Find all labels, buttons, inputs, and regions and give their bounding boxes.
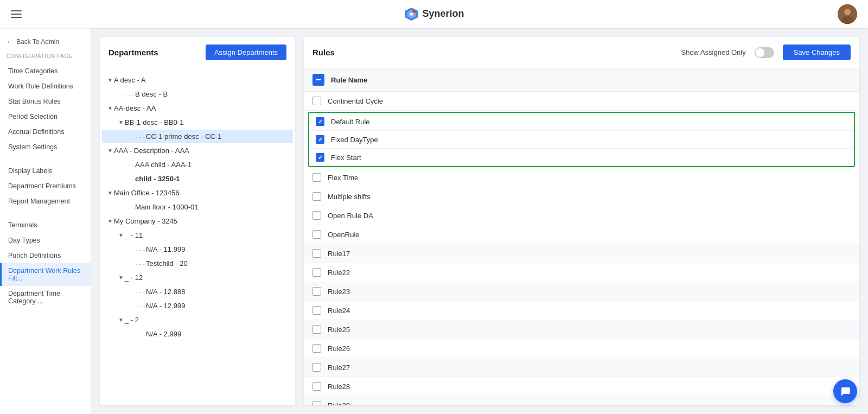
sidebar-item-dept-work-rules[interactable]: Department Work Rules Filt... <box>0 263 91 286</box>
sidebar-item-day-types[interactable]: Day Types <box>0 233 91 248</box>
svg-point-4 <box>844 9 851 15</box>
tree-item-3[interactable]: ▼AA-desc - AA <box>102 101 293 115</box>
rule-row-12[interactable]: Rule24 <box>304 301 859 320</box>
rule-row-4[interactable]: Flex Start <box>309 149 854 166</box>
chat-bubble[interactable] <box>833 379 857 403</box>
tree-item-5[interactable]: - - -CC-1 prime desc - CC-1 <box>102 130 293 143</box>
tree-label: Testchild - 20 <box>146 259 188 267</box>
rule-checkbox-10[interactable] <box>312 268 321 277</box>
app-body: ← Back To Admin CONFIGURATION PAGE Time … <box>0 28 868 414</box>
user-avatar[interactable] <box>838 4 857 24</box>
tree-item-6[interactable]: ▼AAA - Description - AAA <box>102 144 293 157</box>
rule-checkbox-17[interactable] <box>312 401 321 405</box>
rule-row-15[interactable]: Rule27 <box>304 358 859 377</box>
rule-row-14[interactable]: Rule26 <box>304 339 859 358</box>
tree-item-2[interactable]: - - -B desc - B <box>102 87 293 101</box>
sidebar-item-accrual-definitions[interactable]: Accrual Definitions <box>0 124 91 139</box>
sidebar-section-label: CONFIGURATION PAGE <box>0 51 91 63</box>
departments-panel: Departments Assign Departments ▼A desc -… <box>100 37 295 405</box>
tree-label: N/A - 2.999 <box>146 330 181 338</box>
sidebar-item-report-management[interactable]: Report Management <box>0 194 91 209</box>
tree-item-19[interactable]: - - -N/A - 2.999 <box>102 327 293 341</box>
tree-item-4[interactable]: ▼BB-1-desc - BB0-1 <box>102 116 293 129</box>
tree-item-10[interactable]: - - -Main floor - 1000-01 <box>102 200 293 214</box>
sidebar-item-time-categories[interactable]: Time Categories <box>0 63 91 79</box>
sidebar-item-work-rule-definitions[interactable]: Work Rule Definitions <box>0 79 91 94</box>
sidebar-item-display-labels[interactable]: Display Labels <box>0 163 91 179</box>
rule-name-14: Rule26 <box>328 345 350 353</box>
tree-item-11[interactable]: ▼My Company - 3245 <box>102 214 293 228</box>
rule-row-5[interactable]: Flex Time <box>304 168 859 187</box>
tree-item-7[interactable]: - - -AAA child - AAA-1 <box>102 158 293 171</box>
sidebar-items: Time CategoriesWork Rule DefinitionsStat… <box>0 63 91 309</box>
tree-item-17[interactable]: - - -N/A - 12.999 <box>102 299 293 313</box>
rule-checkbox-12[interactable] <box>312 306 321 315</box>
rule-checkbox-16[interactable] <box>312 382 321 391</box>
show-assigned-label: Show Assigned Only <box>681 48 745 56</box>
rule-column-header: Rule Name <box>331 76 367 84</box>
tree-label: _ - 11 <box>125 231 143 239</box>
sidebar-item-punch-definitions[interactable]: Punch Definitions <box>0 248 91 263</box>
tree-item-12[interactable]: ▼_ - 11 <box>102 228 293 242</box>
tree-item-8[interactable]: - - -child - 3250-1 <box>102 172 293 186</box>
select-all-checkbox[interactable] <box>312 74 324 86</box>
save-changes-button[interactable]: Save Changes <box>783 44 851 60</box>
tree-item-13[interactable]: - - -N/A - 11.999 <box>102 243 293 256</box>
tree-item-1[interactable]: ▼A desc - A <box>102 73 293 87</box>
rule-row-3[interactable]: Fixed DayType <box>309 131 854 149</box>
rule-checkbox-7[interactable] <box>312 211 321 220</box>
tree-item-14[interactable]: - - -Testchild - 20 <box>102 257 293 270</box>
tree-chevron-icon: ▼ <box>117 316 125 324</box>
rule-checkbox-13[interactable] <box>312 325 321 334</box>
rule-name-1: Continental Cycle <box>328 97 383 105</box>
sidebar-item-stat-bonus-rules[interactable]: Stat Bonus Rules <box>0 94 91 109</box>
sidebar-item-period-selection[interactable]: Period Selection <box>0 109 91 124</box>
rule-row-10[interactable]: Rule22 <box>304 263 859 282</box>
rule-row-6[interactable]: Multiple shifts <box>304 187 859 206</box>
rule-checkbox-11[interactable] <box>312 287 321 296</box>
tree-item-9[interactable]: ▼Main Office - 123456 <box>102 186 293 200</box>
back-to-admin[interactable]: ← Back To Admin <box>0 35 91 51</box>
rule-row-8[interactable]: OpenRule <box>304 225 859 244</box>
tree-item-18[interactable]: ▼_ - 2 <box>102 313 293 327</box>
rule-checkbox-1[interactable] <box>312 97 321 105</box>
rule-name-9: Rule17 <box>328 250 350 258</box>
rule-checkbox-5[interactable] <box>312 173 321 182</box>
departments-panel-header: Departments Assign Departments <box>100 37 295 68</box>
tree-dash: - - - <box>136 289 145 295</box>
hamburger-menu[interactable] <box>11 10 22 18</box>
assign-departments-button[interactable]: Assign Departments <box>206 44 286 60</box>
tree-item-15[interactable]: ▼_ - 12 <box>102 271 293 284</box>
rule-row-11[interactable]: Rule23 <box>304 282 859 301</box>
top-navigation: Synerion <box>0 0 868 28</box>
tree-label: child - 3250-1 <box>135 175 180 183</box>
tree-item-16[interactable]: - - -N/A - 12.888 <box>102 285 293 298</box>
tree-dash: - - - <box>136 331 145 337</box>
rule-row-13[interactable]: Rule25 <box>304 320 859 339</box>
show-assigned-toggle[interactable] <box>755 47 774 58</box>
rule-name-10: Rule22 <box>328 269 350 277</box>
rule-checkbox-6[interactable] <box>312 192 321 201</box>
rule-name-11: Rule23 <box>328 288 350 296</box>
sidebar-item-system-settings[interactable]: System Settings <box>0 139 91 155</box>
rule-row-1[interactable]: Continental Cycle <box>304 92 859 111</box>
sidebar-item-department-premiums[interactable]: Department Premiums <box>0 179 91 194</box>
rule-row-16[interactable]: Rule28 <box>304 377 859 396</box>
rule-checkbox-3[interactable] <box>316 135 324 144</box>
rule-row-7[interactable]: Open Rule DA <box>304 206 859 225</box>
rule-row-2[interactable]: Default Rule <box>309 113 854 131</box>
sidebar-item-terminals[interactable]: Terminals <box>0 218 91 233</box>
rule-checkbox-2[interactable] <box>316 117 324 126</box>
rule-checkbox-4[interactable] <box>316 153 324 162</box>
tree-dash: - - - <box>136 133 145 140</box>
tree-dash: - - - <box>136 303 145 309</box>
rule-row-17[interactable]: Rule29 <box>304 396 859 405</box>
tree-label: Main floor - 1000-01 <box>135 203 198 211</box>
tree-chevron-icon: ▼ <box>106 218 114 225</box>
rule-checkbox-8[interactable] <box>312 230 321 239</box>
rule-row-9[interactable]: Rule17 <box>304 244 859 263</box>
rule-checkbox-14[interactable] <box>312 344 321 353</box>
rule-checkbox-9[interactable] <box>312 249 321 258</box>
rule-checkbox-15[interactable] <box>312 363 321 372</box>
sidebar-item-dept-time-category[interactable]: Department Time Category ... <box>0 286 91 309</box>
